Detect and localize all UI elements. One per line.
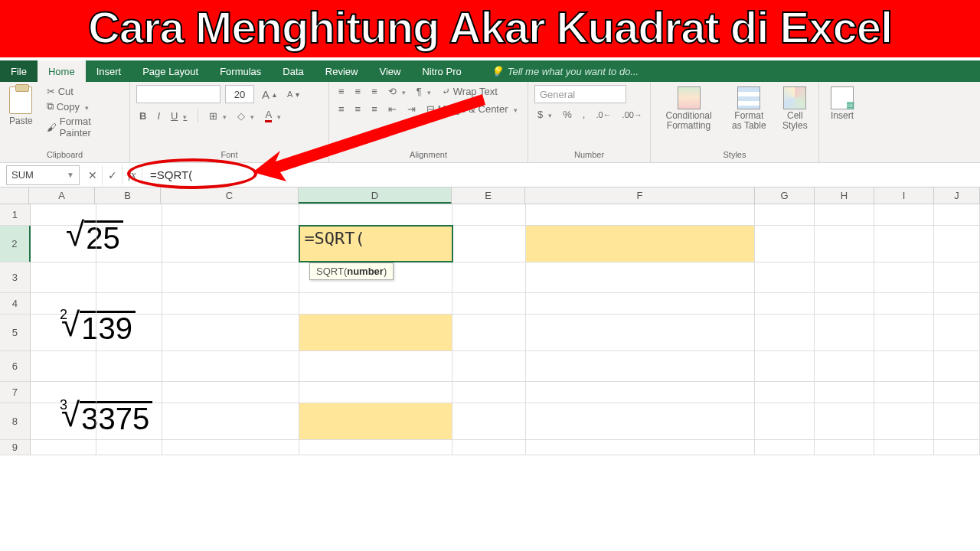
row-header-9[interactable]: 9 — [0, 440, 31, 455]
merge-center-button[interactable]: ⊟Merge & Center — [423, 103, 521, 116]
cell-C3[interactable] — [162, 262, 300, 292]
align-middle-button[interactable]: ≡ — [352, 85, 364, 98]
cell-B3[interactable] — [96, 262, 162, 292]
cell-B9[interactable] — [96, 440, 162, 455]
column-header-C[interactable]: C — [161, 187, 299, 204]
tab-review[interactable]: Review — [315, 60, 369, 82]
cell-J4[interactable] — [934, 293, 980, 314]
conditional-formatting-button[interactable]: Conditional Formatting — [657, 85, 720, 132]
cell-H8[interactable] — [815, 403, 874, 439]
row-header-4[interactable]: 4 — [0, 293, 31, 314]
cell-F1[interactable] — [526, 204, 756, 225]
cell-I3[interactable] — [874, 262, 934, 292]
cell-I5[interactable] — [874, 315, 934, 350]
cell-A8[interactable] — [31, 403, 96, 439]
cell-E1[interactable] — [452, 204, 526, 225]
row-header-7[interactable]: 7 — [0, 382, 31, 403]
tab-view[interactable]: View — [368, 60, 411, 82]
borders-button[interactable]: ⊞ — [206, 109, 230, 122]
cell-E3[interactable] — [452, 262, 526, 292]
cell-J7[interactable] — [934, 382, 980, 403]
cell-F5[interactable] — [526, 315, 756, 350]
cell-E8[interactable] — [452, 403, 526, 439]
align-center-button[interactable]: ≡ — [352, 103, 364, 116]
cell-C8[interactable] — [162, 403, 300, 439]
cell-D1[interactable] — [299, 204, 452, 225]
paste-button[interactable]: Paste — [6, 85, 36, 128]
cell-F8[interactable] — [526, 403, 756, 439]
cell-G5[interactable] — [755, 315, 815, 350]
tab-nitro-pro[interactable]: Nitro Pro — [411, 60, 472, 82]
cell-I7[interactable] — [874, 382, 934, 403]
cell-D6[interactable] — [299, 351, 452, 381]
column-header-E[interactable]: E — [452, 187, 525, 204]
bold-button[interactable]: B — [136, 109, 149, 122]
cell-D2[interactable]: =SQRT( — [299, 226, 452, 262]
row-header-8[interactable]: 8 — [0, 403, 31, 439]
cell-J8[interactable] — [934, 403, 980, 439]
name-box[interactable]: SUM ▼ — [6, 165, 80, 185]
comma-button[interactable]: , — [580, 108, 589, 121]
cell-A3[interactable] — [31, 262, 96, 292]
cell-D7[interactable] — [299, 382, 452, 403]
cell-A9[interactable] — [31, 440, 96, 455]
cell-A2[interactable] — [31, 226, 96, 262]
cell-G1[interactable] — [755, 204, 815, 225]
copy-button[interactable]: ⧉Copy — [44, 99, 123, 113]
cell-H9[interactable] — [815, 440, 874, 455]
cell-F7[interactable] — [526, 382, 756, 403]
font-color-button[interactable]: A — [262, 108, 284, 123]
cell-A1[interactable] — [31, 204, 96, 225]
cell-I9[interactable] — [874, 440, 934, 455]
align-right-button[interactable]: ≡ — [368, 103, 381, 116]
increase-indent-button[interactable]: ⇥ — [404, 103, 419, 116]
cell-I4[interactable] — [874, 293, 934, 314]
tab-home[interactable]: Home — [38, 60, 86, 82]
cell-J3[interactable] — [934, 262, 980, 292]
tab-formulas[interactable]: Formulas — [209, 60, 272, 82]
align-bottom-button[interactable]: ≡ — [368, 85, 381, 98]
increase-decimal-button[interactable]: .0← — [593, 109, 614, 120]
cell-A7[interactable] — [31, 382, 96, 403]
cell-G9[interactable] — [755, 440, 815, 455]
cell-C5[interactable] — [162, 315, 300, 350]
cell-G8[interactable] — [755, 403, 815, 439]
number-format-select[interactable] — [534, 85, 626, 103]
cell-C4[interactable] — [162, 293, 300, 314]
column-header-A[interactable]: A — [29, 187, 95, 204]
cell-B4[interactable] — [96, 293, 162, 314]
cell-D5[interactable] — [299, 315, 452, 350]
cell-I6[interactable] — [874, 351, 934, 381]
cell-G6[interactable] — [755, 351, 815, 381]
formula-cancel-button[interactable]: ✕ — [83, 165, 103, 185]
cell-G4[interactable] — [755, 293, 815, 314]
cell-D8[interactable] — [299, 403, 452, 439]
row-header-6[interactable]: 6 — [0, 351, 31, 381]
decrease-decimal-button[interactable]: .00→ — [619, 109, 645, 120]
cell-H5[interactable] — [815, 315, 874, 350]
insert-cells-button[interactable]: ▦ Insert — [825, 85, 859, 122]
tab-data[interactable]: Data — [272, 60, 314, 82]
cell-D9[interactable] — [299, 440, 452, 455]
row-header-2[interactable]: 2 — [0, 226, 31, 262]
cell-F9[interactable] — [526, 440, 756, 455]
cell-G2[interactable] — [755, 226, 815, 262]
cell-E5[interactable] — [452, 315, 526, 350]
currency-button[interactable]: $ — [534, 108, 555, 121]
cell-F4[interactable] — [526, 293, 756, 314]
row-header-3[interactable]: 3 — [0, 262, 31, 292]
percent-button[interactable]: % — [560, 108, 575, 121]
cell-J2[interactable] — [934, 226, 980, 262]
underline-button[interactable]: U — [168, 109, 190, 122]
cell-B6[interactable] — [96, 351, 162, 381]
insert-function-button[interactable]: fx — [122, 165, 142, 185]
orientation-button[interactable]: ⟲ — [385, 85, 409, 98]
row-header-5[interactable]: 5 — [0, 315, 31, 350]
fill-color-button[interactable]: ◇ — [234, 109, 257, 122]
column-header-D[interactable]: D — [299, 187, 452, 204]
select-all-corner[interactable] — [0, 187, 29, 204]
increase-font-button[interactable]: A▴ — [259, 87, 279, 102]
column-header-I[interactable]: I — [874, 187, 934, 204]
cell-A4[interactable] — [31, 293, 96, 314]
tab-page-layout[interactable]: Page Layout — [132, 60, 209, 82]
